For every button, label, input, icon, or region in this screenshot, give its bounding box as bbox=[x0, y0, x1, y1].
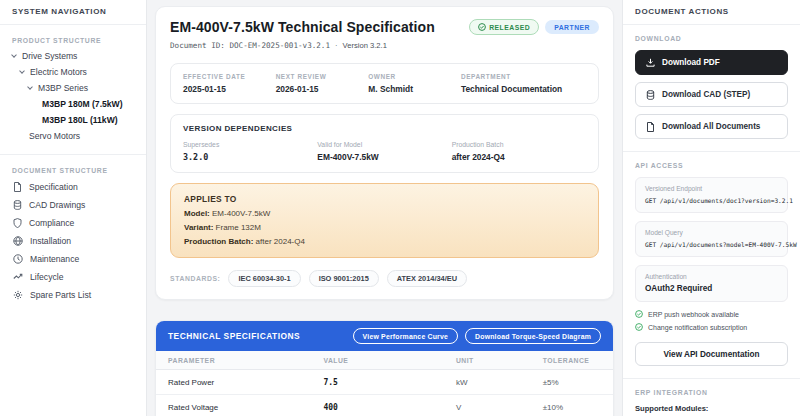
applies-to-title: APPLIES TO bbox=[184, 194, 585, 204]
released-status-badge: RELEASED bbox=[469, 19, 539, 35]
tree-item-m3bp-180l[interactable]: M3BP 180L (11kW) bbox=[0, 112, 146, 128]
tree-item-servo-motors[interactable]: Servo Motors bbox=[0, 128, 146, 144]
doc-item-label: Installation bbox=[30, 236, 71, 246]
system-navigation-sidebar: SYSTEM NAVIGATION PRODUCT STRUCTURE Driv… bbox=[0, 0, 147, 416]
applies-to-model: Model: EM-400V-7.5kW bbox=[184, 209, 585, 218]
api-query-code: GET /api/v1/documents?model=EM-400V-7.5k… bbox=[645, 241, 778, 248]
divider bbox=[623, 378, 800, 379]
vd-field-supersedes: Supersedes 3.2.0 bbox=[183, 141, 317, 162]
document-actions-sidebar: DOCUMENT ACTIONS DOWNLOAD Download PDF D… bbox=[622, 0, 800, 416]
download-all-button[interactable]: Download All Documents bbox=[635, 114, 788, 139]
metadata-field-effective-date: EFFECTIVE DATE 2025-01-15 bbox=[183, 73, 276, 94]
auth-method: OAuth2 Required bbox=[645, 284, 778, 293]
doc-item-label: Compliance bbox=[29, 218, 74, 228]
api-versioned-endpoint-card: Versioned Endpoint GET /api/v1/documents… bbox=[635, 177, 788, 213]
vd-field-production-batch: Production Batch after 2024-Q4 bbox=[452, 141, 586, 162]
standard-pill-iso: ISO 9001:2015 bbox=[309, 270, 379, 287]
download-cad-button[interactable]: Download CAD (STEP) bbox=[635, 82, 788, 107]
tree-item-m3bp-series[interactable]: M3BP Series bbox=[0, 80, 146, 96]
chevron-down-icon bbox=[19, 68, 25, 74]
document-actions-title: DOCUMENT ACTIONS bbox=[623, 0, 800, 25]
globe-icon bbox=[13, 236, 23, 246]
metadata-card: EFFECTIVE DATE 2025-01-15 NEXT REVIEW 20… bbox=[170, 63, 599, 104]
tree-item-label: M3BP 180M (7.5kW) bbox=[42, 99, 123, 109]
tech-specs-title: TECHNICAL SPECIFICATIONS bbox=[168, 331, 300, 341]
standard-pill-atex: ATEX 2014/34/EU bbox=[387, 270, 467, 287]
version-dependencies-title: VERSION DEPENDENCIES bbox=[183, 124, 586, 133]
document-icon bbox=[13, 182, 22, 192]
trend-line-icon bbox=[13, 272, 23, 282]
download-torque-speed-button[interactable]: Download Torque-Speed Diagram bbox=[465, 328, 601, 344]
view-performance-curve-button[interactable]: View Performance Curve bbox=[353, 328, 458, 344]
supported-modules-title: Supported Modules: bbox=[635, 404, 788, 413]
divider bbox=[623, 151, 800, 152]
version-dependencies-card: VERSION DEPENDENCIES Supersedes 3.2.0 Va… bbox=[170, 114, 599, 173]
vd-field-valid-model: Valid for Model EM-400V-7.5kW bbox=[317, 141, 451, 162]
tree-item-label: Drive Systems bbox=[22, 51, 77, 61]
column-unit: UNIT bbox=[444, 351, 531, 369]
check-circle-icon bbox=[478, 23, 486, 31]
doc-item-maintenance[interactable]: Maintenance bbox=[0, 250, 146, 268]
technical-specifications-card: TECHNICAL SPECIFICATIONS View Performanc… bbox=[155, 320, 614, 416]
separator-dot: · bbox=[335, 41, 338, 50]
applies-to-batch: Production Batch: after 2024-Q4 bbox=[184, 237, 585, 246]
tree-item-electric-motors[interactable]: Electric Motors bbox=[0, 64, 146, 80]
doc-item-label: Lifecycle bbox=[30, 272, 63, 282]
api-authentication-card: Authentication OAuth2 Required bbox=[635, 265, 788, 302]
chevron-down-icon bbox=[27, 84, 33, 90]
standards-label: STANDARDS: bbox=[170, 275, 220, 282]
doc-item-lifecycle[interactable]: Lifecycle bbox=[0, 268, 146, 286]
doc-item-installation[interactable]: Installation bbox=[0, 232, 146, 250]
feature-webhook: ERP push webhook available bbox=[635, 310, 788, 318]
applies-to-callout: APPLIES TO Model: EM-400V-7.5kW Variant:… bbox=[170, 183, 599, 258]
released-label: RELEASED bbox=[489, 24, 530, 31]
download-icon bbox=[646, 58, 655, 67]
api-access-label: API ACCESS bbox=[635, 162, 788, 169]
document-structure-label: DOCUMENT STRUCTURE bbox=[0, 155, 146, 178]
version-text: Version 3.2.1 bbox=[343, 41, 387, 50]
chevron-down-icon bbox=[11, 52, 17, 58]
doc-item-label: Maintenance bbox=[30, 254, 79, 264]
download-pdf-button[interactable]: Download PDF bbox=[635, 50, 788, 75]
tree-item-label: Servo Motors bbox=[29, 131, 80, 141]
tree-item-label: Electric Motors bbox=[30, 67, 87, 77]
column-value: VALUE bbox=[311, 351, 444, 369]
doc-item-cad-drawings[interactable]: CAD Drawings bbox=[0, 196, 146, 214]
metadata-field-owner: OWNER M. Schmidt bbox=[368, 73, 461, 94]
metadata-field-department: DEPARTMENT Technical Documentation bbox=[461, 73, 586, 94]
shield-icon bbox=[13, 218, 22, 228]
api-model-query-card: Model Query GET /api/v1/documents?model=… bbox=[635, 221, 788, 257]
doc-item-label: Specification bbox=[29, 182, 78, 192]
tree-item-m3bp-180m[interactable]: M3BP 180M (7.5kW) bbox=[0, 96, 146, 112]
product-structure-label: PRODUCT STRUCTURE bbox=[0, 25, 146, 48]
doc-item-label: Spare Parts List bbox=[30, 290, 91, 300]
database-icon bbox=[646, 90, 655, 100]
erp-integration-label: ERP INTEGRATION bbox=[635, 389, 788, 396]
document-header-card: EM-400V-7.5kW Technical Specification RE… bbox=[155, 6, 614, 300]
download-section-label: DOWNLOAD bbox=[635, 35, 788, 42]
applies-to-variant: Variant: Frame 132M bbox=[184, 223, 585, 232]
doc-item-compliance[interactable]: Compliance bbox=[0, 214, 146, 232]
table-row: Rated Power 7.5 kW ±5% bbox=[156, 370, 613, 395]
standard-pill-iec: IEC 60034-30-1 bbox=[228, 270, 300, 287]
partner-badge: PARTNER bbox=[545, 20, 599, 34]
metadata-field-next-review: NEXT REVIEW 2026-01-15 bbox=[276, 73, 369, 94]
gear-icon bbox=[13, 290, 23, 300]
tree-item-label: M3BP 180L (11kW) bbox=[42, 115, 118, 125]
api-endpoint-code: GET /api/v1/documents/doc1?version=3.2.1 bbox=[645, 197, 778, 204]
tech-specs-header: TECHNICAL SPECIFICATIONS View Performanc… bbox=[156, 321, 613, 351]
spec-table-header: PARAMETER VALUE UNIT TOLERANCE bbox=[156, 351, 613, 370]
doc-item-specification[interactable]: Specification bbox=[0, 178, 146, 196]
tree-item-label: M3BP Series bbox=[38, 83, 88, 93]
sidebar-title: SYSTEM NAVIGATION bbox=[0, 0, 146, 25]
table-row: Rated Voltage 400 V ±10% bbox=[156, 395, 613, 416]
column-tolerance: TOLERANCE bbox=[531, 351, 613, 369]
document-icon bbox=[646, 122, 655, 132]
tree-item-drive-systems[interactable]: Drive Systems bbox=[0, 48, 146, 64]
database-icon bbox=[13, 200, 22, 210]
doc-item-label: CAD Drawings bbox=[29, 200, 85, 210]
document-id: Document ID: DOC-EM-2025-001-v3.2.1 bbox=[170, 41, 330, 50]
view-api-documentation-button[interactable]: View API Documentation bbox=[635, 342, 788, 366]
doc-item-spare-parts[interactable]: Spare Parts List bbox=[0, 286, 146, 304]
column-parameter: PARAMETER bbox=[156, 351, 311, 369]
